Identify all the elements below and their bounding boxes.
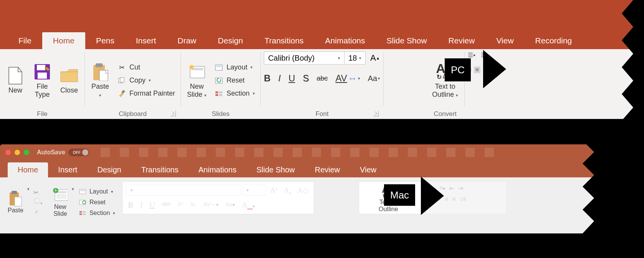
close-button[interactable]: Close <box>57 65 81 96</box>
bullets-icon[interactable]: ☰▪ <box>468 51 475 59</box>
copy-button[interactable]: Copy ▾ <box>115 75 177 86</box>
qat-icon[interactable] <box>331 148 340 157</box>
reset-button[interactable]: Reset <box>78 198 116 207</box>
qat-icon[interactable] <box>216 148 225 157</box>
tab-design[interactable]: Design <box>207 32 253 49</box>
qat-icon[interactable] <box>350 148 359 157</box>
tab-design[interactable]: Design <box>87 162 131 177</box>
section-button[interactable]: Section▾ <box>78 208 116 218</box>
italic-button[interactable]: I <box>138 200 145 211</box>
qat-icon[interactable] <box>427 148 436 157</box>
grow-font-button[interactable]: A▴ <box>370 51 379 64</box>
tab-animations[interactable]: Animations <box>315 32 376 49</box>
dialog-launcher-icon[interactable] <box>171 111 176 116</box>
bold-button[interactable]: B <box>126 200 135 211</box>
tab-review[interactable]: Review <box>305 162 350 177</box>
format-painter-button[interactable] <box>33 208 43 216</box>
qat-icon[interactable] <box>446 148 455 157</box>
svg-rect-24 <box>36 198 39 203</box>
autosave-toggle[interactable]: AutoSave OFF <box>37 149 89 156</box>
qat-icon[interactable] <box>312 148 321 157</box>
qat-icon[interactable] <box>197 148 206 157</box>
tab-pens[interactable]: Pens <box>85 32 125 49</box>
chevron-down-icon[interactable]: ▾ <box>27 187 30 192</box>
strikethrough-button[interactable]: abc <box>160 200 173 211</box>
indent-left-icon[interactable]: ⇤ <box>449 185 454 192</box>
tab-animations[interactable]: Animations <box>189 162 247 177</box>
underline-button[interactable]: U <box>147 200 157 211</box>
tab-insert[interactable]: Insert <box>125 32 167 49</box>
char-spacing-button[interactable]: AV↔▾ <box>201 200 221 211</box>
tab-view[interactable]: View <box>485 32 524 49</box>
text-shadow-button[interactable]: S <box>303 73 309 84</box>
font-color-button[interactable]: A▾ <box>240 200 257 211</box>
qat-icon[interactable] <box>273 148 283 157</box>
tab-home[interactable]: Home <box>42 32 85 49</box>
qat-icon[interactable] <box>485 148 494 157</box>
qat-icon[interactable] <box>465 148 475 157</box>
new-slide-button[interactable]: + New Slide <box>53 187 68 217</box>
font-name-combo[interactable]: ▾ <box>126 185 242 195</box>
strikethrough-button[interactable]: abc <box>317 74 328 83</box>
minimize-window-icon[interactable] <box>15 150 20 155</box>
paste-button[interactable]: Paste▾ <box>88 61 113 100</box>
underline-button[interactable]: U <box>288 73 295 84</box>
tab-file[interactable]: File <box>8 32 42 49</box>
superscript-button[interactable]: X² <box>175 200 185 211</box>
tab-draw[interactable]: Draw <box>167 32 207 49</box>
qat-icon[interactable] <box>369 148 379 157</box>
tab-view[interactable]: View <box>350 162 386 177</box>
indent-right-icon[interactable]: ⇥ <box>458 185 463 192</box>
cut-button[interactable]: ✂ Cut <box>115 62 177 73</box>
reset-button[interactable]: Reset <box>212 75 257 86</box>
bold-button[interactable]: B <box>264 73 270 84</box>
qat-icon[interactable] <box>120 148 129 157</box>
tab-home[interactable]: Home <box>8 162 48 177</box>
font-size-combo[interactable]: 18 ▾ <box>344 51 366 64</box>
tab-insert[interactable]: Insert <box>48 162 87 177</box>
qat-save-icon[interactable] <box>101 148 110 157</box>
tab-review[interactable]: Review <box>438 32 486 49</box>
align-justify-icon[interactable]: ≡ <box>452 196 455 203</box>
new-button[interactable]: New <box>3 65 28 96</box>
copy-button[interactable]: ▾ <box>33 198 43 206</box>
italic-button[interactable]: I <box>278 73 281 84</box>
tab-slideshow[interactable]: Slide Show <box>376 32 438 49</box>
font-name-combo[interactable]: Calibri (Body) ▾ <box>264 51 344 64</box>
clear-format-button[interactable]: A◇ <box>295 185 311 197</box>
new-slide-button[interactable]: New Slide ▾ <box>184 61 210 100</box>
close-window-icon[interactable] <box>5 150 11 155</box>
qat-redo-icon[interactable] <box>158 148 167 157</box>
font-size-combo[interactable]: ▾ <box>243 185 266 195</box>
qat-icon[interactable] <box>235 148 244 157</box>
grow-font-button[interactable]: A▴ <box>268 185 280 197</box>
paste-button[interactable]: Paste <box>8 191 23 214</box>
layout-button[interactable]: Layout▾ <box>212 62 257 73</box>
tab-recording[interactable]: Recording <box>525 32 583 49</box>
qat-icon[interactable] <box>254 148 263 157</box>
change-case-button[interactable]: Aa▾ <box>223 200 237 211</box>
chevron-down-icon[interactable]: ▾ <box>72 187 74 192</box>
qat-icon[interactable] <box>293 148 302 157</box>
section-button[interactable]: Section▾ <box>212 88 257 99</box>
layout-button[interactable]: Layout▾ <box>78 187 116 196</box>
qat-icon[interactable] <box>389 148 398 157</box>
subscript-button[interactable]: X₂ <box>188 200 199 211</box>
tab-transitions[interactable]: Transitions <box>131 162 189 177</box>
format-painter-button[interactable]: Format Painter <box>115 88 177 99</box>
qat-icon[interactable] <box>408 148 417 157</box>
tab-slideshow[interactable]: Slide Show <box>247 162 305 177</box>
zoom-window-icon[interactable] <box>24 150 29 155</box>
align-right-icon[interactable]: ≡ <box>445 196 448 203</box>
tab-transitions[interactable]: Transitions <box>254 32 315 49</box>
char-spacing-button[interactable]: AV↔▾ <box>336 73 360 84</box>
align-center-icon[interactable]: ≡ <box>474 66 480 73</box>
dialog-launcher-icon[interactable] <box>373 111 379 116</box>
shrink-font-button[interactable]: A▾ <box>281 185 293 197</box>
change-case-button[interactable]: Aa▾ <box>368 74 380 83</box>
cut-button[interactable]: ✂ <box>33 189 43 196</box>
qat-undo-icon[interactable] <box>139 148 148 157</box>
qat-icon[interactable] <box>177 148 187 157</box>
filetype-button[interactable]: File Type <box>30 61 55 100</box>
line-spacing-icon[interactable]: ↕≡ <box>460 196 466 203</box>
